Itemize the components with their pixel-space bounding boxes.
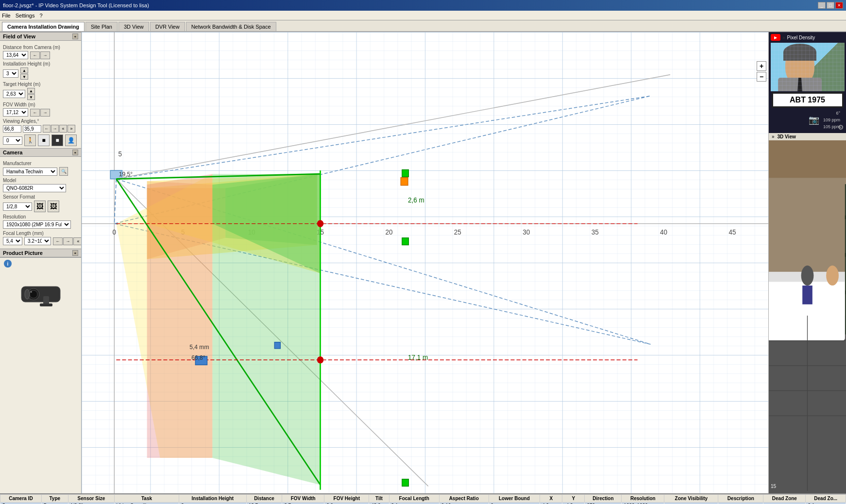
cell-4: 3 (179, 503, 246, 504)
image-icon1-btn[interactable]: 🖼 (34, 201, 46, 212)
svg-rect-58 (769, 140, 846, 178)
inst-height-up-btn[interactable]: ▲ (20, 67, 28, 73)
pd-angle: 6° (821, 110, 842, 117)
search-manufacturer-btn[interactable]: 🔍 (59, 167, 68, 176)
fov-width-right-btn[interactable]: → (40, 109, 50, 117)
view3d-header: » 3D View (769, 133, 846, 140)
window-controls: _ □ ✕ (818, 2, 843, 9)
focal-right-btn[interactable]: → (63, 237, 73, 245)
tab-3d-view[interactable]: 3D View (118, 22, 149, 31)
focal-length-label: Focal Length (mm) (3, 231, 78, 236)
svg-text:5: 5 (118, 150, 122, 158)
pixel-density-face (771, 43, 845, 91)
main-content: Field of View « Distance from Camera (m)… (0, 32, 846, 493)
focal-length2-select[interactable]: 3.2~10 (24, 237, 51, 245)
tab-site-plan[interactable]: Site Plan (85, 22, 118, 31)
focal-left-btn[interactable]: ← (53, 237, 63, 245)
fov-collapse-btn[interactable]: « (72, 34, 78, 39)
distance-select[interactable]: 13,64 (3, 51, 28, 59)
fov-width-arrows: ← → (30, 109, 50, 117)
product-picture-section: i (0, 257, 81, 317)
viewing-angle-left2-btn[interactable]: « (59, 125, 67, 133)
svg-rect-45 (402, 170, 408, 177)
distance-left-btn[interactable]: ← (30, 51, 40, 59)
zoom-out-btn[interactable]: − (757, 72, 766, 82)
menu-file[interactable]: File (2, 13, 11, 18)
svg-rect-71 (802, 286, 812, 304)
manufacturer-select[interactable]: Hanwha Techwin (3, 168, 57, 176)
focal-length-arrows: ← → « » (53, 237, 82, 245)
table-row[interactable]: 5Dome1/2,8"Video Surveillance313,78,72,9… (0, 503, 846, 504)
color2-icon-btn[interactable]: ■ (51, 134, 63, 146)
maximize-button[interactable]: □ (827, 2, 834, 9)
col-dir: Direction (585, 495, 622, 503)
viewing-angle2-input[interactable] (23, 125, 41, 133)
person-icon-btn[interactable]: 🚶 (24, 134, 36, 146)
avatar-icon-btn[interactable]: 👤 (65, 134, 77, 146)
cell-13: -4,3 (562, 503, 585, 504)
distance-right-btn[interactable]: → (40, 51, 50, 59)
col-distance: Distance (246, 495, 282, 503)
viewing-angle-right-btn[interactable]: → (51, 125, 59, 133)
distance-label: Distance from Camera (m) (3, 45, 78, 50)
svg-text:2,6 m: 2,6 m (408, 196, 424, 204)
settings-gear-icon[interactable]: ⚙ (838, 123, 844, 131)
fov-width-select[interactable]: 17,12 (3, 108, 28, 117)
col-inst-h: Installation Height (179, 495, 246, 503)
camera-collapse-btn[interactable]: « (72, 150, 78, 155)
sensor-format-select[interactable]: 1/2,8 (3, 202, 32, 211)
inst-height-down-btn[interactable]: ▼ (20, 74, 28, 80)
col-zone: Zone Visibility (664, 495, 718, 503)
view3d-panel: » 3D View (769, 133, 846, 493)
col-fov-w: FOV Width (282, 495, 324, 503)
minimize-button[interactable]: _ (818, 2, 826, 9)
model-select[interactable]: QNO-6082R (3, 184, 66, 192)
viewing-angle1-input[interactable] (3, 125, 21, 133)
product-collapse-btn[interactable]: « (72, 250, 78, 256)
resolution-label: Resolution (3, 214, 78, 219)
col-fov-h: FOV Height (324, 495, 369, 503)
close-button[interactable]: ✕ (835, 2, 843, 9)
svg-text:40: 40 (660, 228, 667, 236)
target-height-up-btn[interactable]: ▲ (27, 88, 35, 94)
target-height-select[interactable]: 2,63 (3, 90, 25, 98)
svg-rect-46 (402, 238, 408, 245)
camera-table: Camera ID Type Sensor Size Task Installa… (0, 494, 846, 504)
zoom-in-btn[interactable]: + (757, 61, 766, 71)
tab-bar: Camera Installation Drawing Site Plan 3D… (0, 20, 846, 32)
drawing-area: + − 0 5 10 15 20 (82, 32, 768, 493)
focal-length1-select[interactable]: 5,45 (3, 237, 22, 245)
target-height-label: Target Height (m) (3, 82, 78, 87)
svg-text:45: 45 (728, 228, 736, 236)
viewing-angle-left-btn[interactable]: ← (43, 125, 51, 133)
svg-rect-4 (40, 303, 52, 306)
person-height-select[interactable]: 0 (3, 136, 22, 145)
svg-marker-36 (147, 174, 213, 458)
cell-6: 8,7 (282, 503, 324, 504)
cell-11: 0 (489, 503, 540, 504)
youtube-icon[interactable]: ▶ (771, 34, 780, 41)
resolution-select[interactable]: 1920x1080 (2MP 16:9 FullHD) (3, 220, 71, 229)
sensor-format-label: Sensor Format (3, 194, 78, 200)
col-focal: Focal Length (389, 495, 439, 503)
tab-dvr-view[interactable]: DVR View (150, 22, 185, 31)
fov-width-left-btn[interactable]: ← (30, 109, 40, 117)
tab-camera-installation[interactable]: Camera Installation Drawing (2, 22, 85, 31)
svg-text:17,1 m: 17,1 m (408, 353, 428, 362)
product-info-icon[interactable]: i (4, 260, 12, 268)
viewing-angle-right2-btn[interactable]: » (68, 125, 75, 133)
menu-help[interactable]: ? (39, 13, 42, 18)
cell-18 (763, 503, 806, 504)
image-icon2-btn[interactable]: 🖼 (48, 201, 59, 212)
inst-height-select[interactable]: 3 (3, 69, 18, 78)
target-height-down-btn[interactable]: ▼ (27, 94, 35, 100)
color1-icon-btn[interactable]: ■ (38, 134, 50, 146)
svg-text:25: 25 (454, 228, 461, 236)
menu-settings[interactable]: Settings (16, 13, 35, 18)
tab-network[interactable]: Network Bandwidth & Disk Space (186, 22, 276, 31)
focal-left2-btn[interactable]: « (73, 237, 82, 245)
viewing-angle-arrows: ← → « » (43, 125, 75, 133)
target-height-arrows: ▲ ▼ (27, 88, 35, 100)
svg-text:30: 30 (523, 228, 530, 236)
viewing-angles-row: ← → « » (3, 125, 78, 133)
